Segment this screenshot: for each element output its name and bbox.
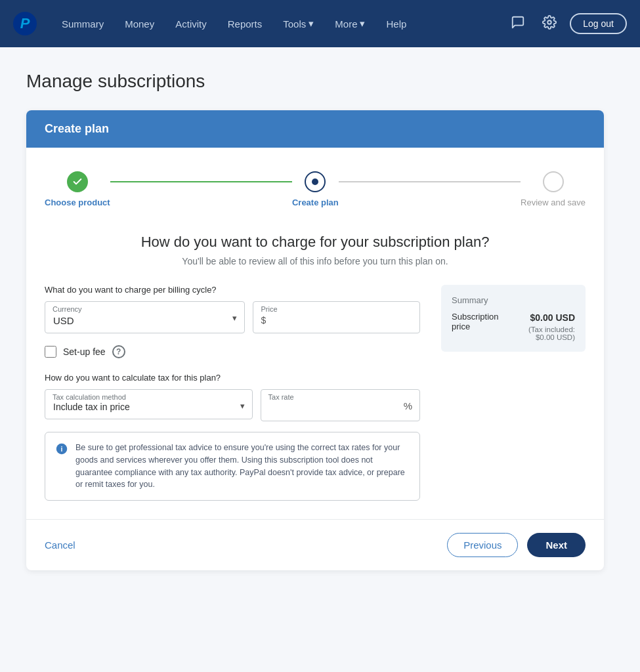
card-footer: Cancel Previous Next [26,520,604,570]
page-title: Manage subscriptions [26,71,604,92]
price-prefix-icon: $ [261,315,266,326]
setup-fee-checkbox[interactable] [45,346,56,358]
cancel-button[interactable]: Cancel [45,539,75,551]
tax-rate-percent-icon: % [404,400,412,411]
section-heading: How do you want to charge for your subsc… [45,234,586,251]
page-content: Manage subscriptions Create plan Choose … [0,47,630,597]
step-2-label: Create plan [292,198,339,207]
step-1-label: Choose product [45,198,110,207]
nav-reports[interactable]: Reports [219,12,272,35]
more-chevron-icon [360,18,365,30]
stepper: Choose product Create plan Review and sa… [45,171,586,207]
currency-select[interactable]: USD EUR GBP CAD AUD [45,301,245,333]
price-input[interactable] [253,301,420,333]
step-1: Choose product [45,171,110,207]
nav-money[interactable]: Money [116,12,163,35]
previous-button[interactable]: Previous [447,533,518,557]
card-header-title: Create plan [45,122,109,135]
tax-rate-wrapper: Tax rate % [261,389,420,421]
summary-key: Subscription price [452,312,503,331]
create-plan-card: Create plan Choose product [26,110,604,570]
summary-tax-included: (Tax included: $0.00 USD) [508,326,575,341]
svg-text:i: i [61,445,63,453]
tax-row: Tax calculation method Include tax in pr… [45,389,420,421]
stepper-line-1 [110,181,292,182]
form-left: What do you want to charge per billing c… [45,285,420,501]
summary-row: Subscription price $0.00 USD (Tax includ… [452,312,575,341]
tax-info-box: i Be sure to get professional tax advice… [45,432,420,501]
tax-rate-input[interactable] [261,389,420,421]
step-3: Review and save [521,171,586,207]
step-2: Create plan [292,171,339,207]
currency-price-row: Currency USD EUR GBP CAD AUD Price [45,301,420,333]
navbar: P Summary Money Activity Reports Tools M… [0,0,640,47]
form-right: Summary Subscription price $0.00 USD (Ta… [441,285,586,501]
summary-value: $0.00 USD [530,312,575,323]
tax-method-wrapper: Tax calculation method Include tax in pr… [45,389,253,421]
stepper-line-2 [339,181,521,182]
price-input-wrapper: Price $ [253,301,420,333]
nav-activity[interactable]: Activity [166,12,216,35]
footer-right: Previous Next [447,533,586,557]
tax-section-label: How do you want to calculate tax for thi… [45,373,420,383]
logo-letter: P [20,15,30,32]
billing-label: What do you want to charge per billing c… [45,285,420,295]
paypal-logo: P [13,12,37,35]
tools-chevron-icon [309,18,314,30]
setup-fee-help-icon[interactable]: ? [112,345,125,358]
next-button[interactable]: Next [527,533,586,557]
nav-right: Log out [507,11,627,37]
card-body: Choose product Create plan Review and sa… [26,148,604,519]
step-3-label: Review and save [521,198,586,207]
settings-icon-button[interactable] [538,11,561,37]
setup-fee-row: Set-up fee ? [45,345,420,358]
nav-more[interactable]: More [326,12,374,35]
tax-method-select[interactable]: Include tax in price Exclude tax from pr… [45,389,253,419]
nav-tools[interactable]: Tools [274,12,323,35]
logout-button[interactable]: Log out [570,13,627,34]
step-3-circle [543,171,564,192]
summary-title: Summary [452,295,575,305]
card-header: Create plan [26,110,604,148]
info-icon: i [56,443,68,491]
form-section: What do you want to charge per billing c… [45,285,586,501]
summary-box: Summary Subscription price $0.00 USD (Ta… [441,285,586,352]
messages-icon-button[interactable] [507,11,529,37]
nav-links: Summary Money Activity Reports Tools Mor… [53,12,507,35]
setup-fee-label: Set-up fee [63,346,106,357]
section-subheading: You'll be able to review all of this inf… [45,256,586,266]
tax-info-text: Be sure to get professional tax advice t… [75,442,409,491]
svg-point-0 [548,20,552,24]
currency-select-wrapper: Currency USD EUR GBP CAD AUD [45,301,245,333]
nav-help[interactable]: Help [377,12,416,35]
step-1-circle [67,171,88,192]
step-2-circle [305,171,326,192]
nav-summary[interactable]: Summary [53,12,113,35]
